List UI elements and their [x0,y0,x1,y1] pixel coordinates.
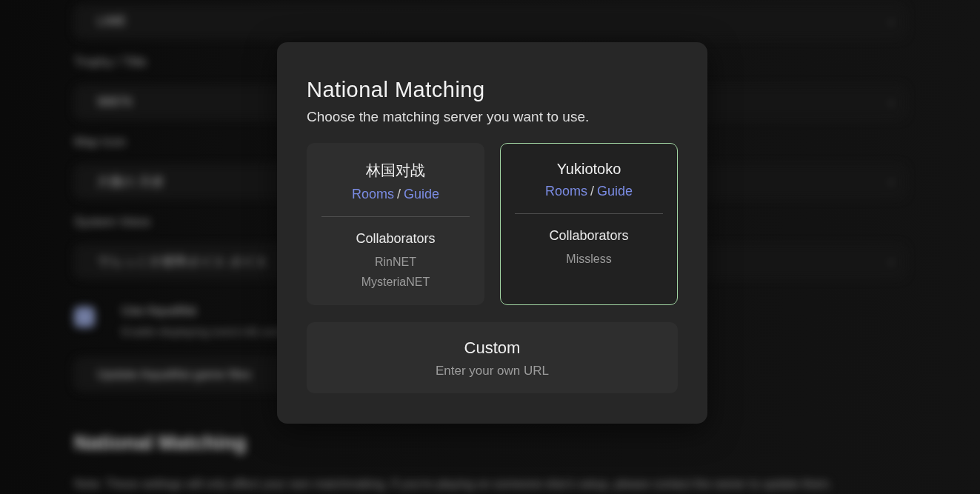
field-label: Map Icon [74,135,126,150]
links-separator: / [397,187,401,201]
server-name: 林国对战 [307,161,484,181]
modal-title: National Matching [307,78,678,101]
guide-link[interactable]: Guide [597,184,633,198]
collaborator-name: Missless [501,249,677,269]
modal-subtitle: Choose the matching server you want to u… [307,109,678,125]
divider [515,213,663,214]
server-card-custom[interactable]: Custom Enter your own URL [307,322,678,393]
chevron-down-icon: › [889,254,893,270]
rooms-link[interactable]: Rooms [545,184,587,198]
divider [321,216,470,217]
guide-link[interactable]: Guide [404,187,439,201]
section-heading: National Matching [74,432,247,455]
server-card-linguo[interactable]: 林国对战 Rooms/Guide Collaborators RinNET My… [307,143,484,305]
chevron-down-icon: › [889,95,893,110]
national-matching-modal: National Matching Choose the matching se… [277,42,707,424]
collaborators-label: Collaborators [501,228,677,244]
links-separator: / [590,184,594,198]
field-label: Trophy / Title [74,55,147,70]
custom-title: Custom [307,322,678,358]
server-name: Yukiotoko [501,161,677,178]
select-value: 98876 [97,95,132,110]
chevron-down-icon: › [889,174,893,190]
custom-subtitle: Enter your own URL [307,364,678,378]
select-value: 片翼の 天使 [97,173,164,190]
server-links: Rooms/Guide [307,187,484,202]
field-label: System Voice [74,215,150,230]
server-card-yukiotoko[interactable]: Yukiotoko Rooms/Guide Collaborators Miss… [500,143,678,305]
chevron-down-icon: › [889,14,893,30]
server-links: Rooms/Guide [501,184,677,199]
select-value: でらっくす標準ボイス ボイス [97,253,267,270]
select-input[interactable]: LIME › [74,4,906,39]
server-card-row: 林国对战 Rooms/Guide Collaborators RinNET My… [307,143,678,305]
collaborator-name: RinNET [307,252,484,272]
collaborator-name: MysteriaNET [307,272,484,292]
collaborators-label: Collaborators [307,231,484,247]
rooms-link[interactable]: Rooms [352,187,394,201]
select-value: LIME [97,14,127,29]
checkbox[interactable] [74,307,95,327]
note-text: Note: These settings will only affect yo… [74,478,832,491]
